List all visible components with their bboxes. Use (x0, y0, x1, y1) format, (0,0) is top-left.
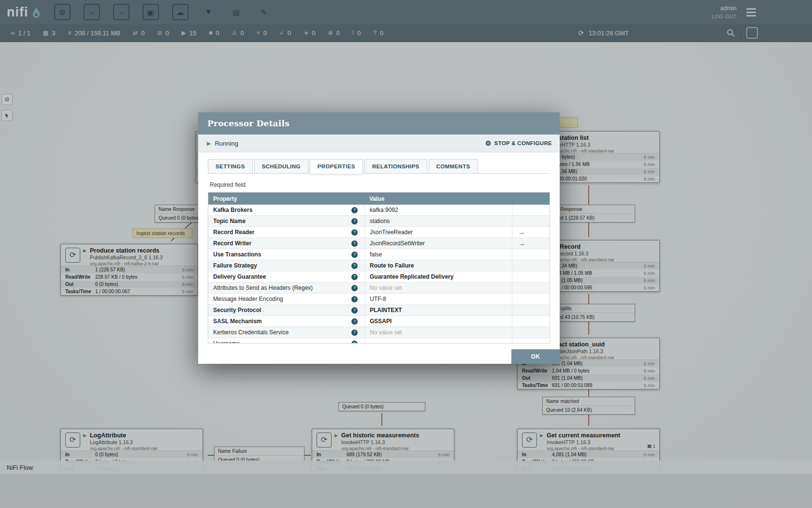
property-row[interactable]: Kafka Brokers?kafka:9092 (208, 205, 550, 216)
property-row[interactable]: Record Writer?JsonRecordSetWriter→ (208, 238, 550, 249)
property-row[interactable]: Failure Strategy?Route to Failure (208, 260, 550, 271)
go-to-service-icon[interactable]: → (518, 239, 525, 247)
property-row[interactable]: Username? (208, 338, 550, 343)
property-value: GSSAPI (370, 318, 392, 325)
help-icon[interactable]: ? (351, 341, 358, 344)
property-row[interactable]: Record Reader?JsonTreeReader→ (208, 227, 550, 238)
help-icon[interactable]: ? (351, 274, 358, 280)
property-row[interactable]: SASL Mechanism?GSSAPI (208, 316, 550, 327)
property-value: Guarantee Replicated Delivery (370, 273, 453, 280)
stop-and-configure-label: STOP & CONFIGURE (494, 140, 552, 146)
property-name: Message Header Encoding (213, 296, 351, 302)
property-name: Delivery Guarantee (213, 273, 351, 280)
property-row[interactable]: Topic Name?stations (208, 216, 550, 227)
stop-and-configure-button[interactable]: ⚙ STOP & CONFIGURE (485, 139, 552, 147)
help-icon[interactable]: ? (351, 229, 358, 236)
dialog-tabs: SETTINGSSCHEDULINGPROPERTIESRELATIONSHIP… (208, 159, 550, 174)
property-row[interactable]: Delivery Guarantee?Guarantee Replicated … (208, 271, 550, 283)
property-value: JsonTreeReader (370, 229, 413, 236)
value-column-header: Value (364, 195, 512, 202)
required-field-note: Required field (210, 181, 548, 188)
help-icon[interactable]: ? (351, 240, 358, 247)
property-name: Topic Name (213, 218, 351, 224)
property-row[interactable]: Message Header Encoding?UTF-8 (208, 294, 550, 305)
property-row[interactable]: Use Transactions?false (208, 249, 550, 260)
property-value: PLAINTEXT (370, 307, 402, 314)
property-value: Route to Failure (370, 262, 414, 269)
help-icon[interactable]: ? (351, 329, 358, 336)
property-column-header: Property (208, 195, 364, 202)
property-name: Record Reader (213, 229, 351, 236)
property-value: false (370, 251, 382, 258)
property-value: No value set (370, 284, 402, 291)
properties-table: Property Value Kafka Brokers?kafka:9092T… (208, 192, 550, 344)
property-name: SASL Mechanism (213, 318, 351, 325)
gear-icon: ⚙ (485, 139, 492, 147)
help-icon[interactable]: ? (351, 252, 358, 258)
processor-details-dialog: Processor Details ▶ Running ⚙ STOP & CON… (198, 112, 560, 364)
property-name: Use Transactions (213, 251, 351, 258)
ok-button[interactable]: OK (511, 349, 560, 364)
property-value: kafka:9092 (370, 207, 398, 213)
property-name: Record Writer (213, 240, 351, 247)
property-row[interactable]: Kerberos Credentials Service?No value se… (208, 327, 550, 338)
property-name: Kafka Brokers (213, 207, 351, 213)
go-to-service-icon[interactable]: → (518, 228, 525, 236)
help-icon[interactable]: ? (351, 218, 358, 224)
tab-scheduling[interactable]: SCHEDULING (254, 159, 308, 174)
property-name: Kerberos Credentials Service (213, 329, 351, 336)
help-icon[interactable]: ? (351, 285, 358, 291)
property-name: Security Protocol (213, 307, 351, 314)
property-row[interactable]: Security Protocol?PLAINTEXT (208, 305, 550, 316)
property-name: Failure Strategy (213, 262, 351, 269)
properties-table-header: Property Value (208, 193, 550, 205)
help-icon[interactable]: ? (351, 307, 358, 314)
properties-table-body: Kafka Brokers?kafka:9092Topic Name?stati… (208, 205, 550, 343)
tab-properties[interactable]: PROPERTIES (310, 159, 363, 174)
run-status-label: Running (215, 140, 238, 147)
property-value: No value set (370, 329, 402, 336)
property-name: Attributes to Send as Headers (Regex) (213, 284, 351, 291)
help-icon[interactable]: ? (351, 296, 358, 302)
property-value: JsonRecordSetWriter (370, 240, 425, 247)
help-icon[interactable]: ? (351, 263, 358, 269)
tab-comments[interactable]: COMMENTS (429, 159, 478, 174)
tab-relationships[interactable]: RELATIONSHIPS (364, 159, 427, 174)
help-icon[interactable]: ? (351, 207, 358, 213)
property-name: Username (213, 340, 351, 343)
property-row[interactable]: Attributes to Send as Headers (Regex)?No… (208, 283, 550, 294)
tab-settings[interactable]: SETTINGS (208, 159, 253, 174)
dialog-title: Processor Details (207, 119, 290, 128)
property-value: stations (370, 218, 390, 224)
running-status-icon: ▶ (207, 140, 211, 147)
property-value: UTF-8 (370, 296, 386, 302)
help-icon[interactable]: ? (351, 318, 358, 325)
